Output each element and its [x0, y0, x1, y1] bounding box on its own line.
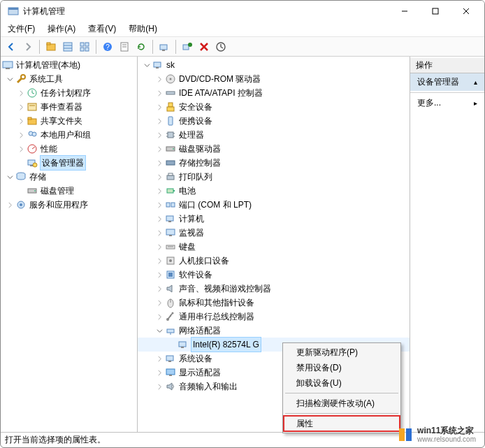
chevron-right-icon[interactable]	[16, 102, 26, 112]
clock-icon	[27, 87, 38, 99]
chevron-right-icon[interactable]	[154, 172, 164, 182]
dev-sound[interactable]: 声音、视频和游戏控制器	[138, 282, 410, 296]
dev-computer[interactable]: 计算机	[138, 212, 410, 226]
tree-label: 软件设备	[179, 268, 212, 282]
up-button[interactable]	[43, 39, 59, 55]
action-device-manager[interactable]: 设备管理器 ▴	[410, 73, 484, 91]
dev-ide[interactable]: IDE ATA/ATAPI 控制器	[138, 86, 410, 100]
chevron-right-icon[interactable]	[154, 354, 164, 363]
properties-button[interactable]	[117, 39, 132, 55]
chevron-down-icon[interactable]	[154, 326, 164, 335]
dev-ports[interactable]: 端口 (COM 和 LPT)	[138, 198, 410, 212]
dev-network[interactable]: 网络适配器	[138, 324, 410, 338]
dev-hid[interactable]: 人机接口设备	[138, 254, 410, 268]
chevron-right-icon[interactable]	[154, 102, 164, 112]
dev-disk-drives[interactable]: 磁盘驱动器	[138, 142, 410, 156]
tree-label: 共享文件夹	[41, 114, 82, 128]
tree-event-viewer[interactable]: 事件查看器	[1, 100, 137, 114]
dev-usb[interactable]: 通用串行总线控制器	[138, 310, 410, 324]
tree-device-manager[interactable]: 设备管理器	[1, 156, 137, 170]
chevron-right-icon[interactable]	[154, 228, 164, 238]
chevron-right-icon[interactable]	[154, 312, 164, 321]
chevron-right-icon[interactable]	[154, 88, 164, 98]
view-detail-button[interactable]	[77, 39, 92, 55]
tree-task-scheduler[interactable]: 任务计划程序	[1, 86, 137, 100]
chevron-right-icon[interactable]	[154, 130, 164, 140]
tree-performance[interactable]: 性能	[1, 142, 137, 156]
dev-print-queue[interactable]: 打印队列	[138, 170, 410, 184]
svg-rect-38	[30, 165, 33, 166]
chevron-right-icon[interactable]	[154, 242, 164, 252]
dev-monitor[interactable]: 监视器	[138, 226, 410, 240]
tree-local-users[interactable]: 本地用户和组	[1, 128, 137, 142]
chevron-right-icon[interactable]	[154, 144, 164, 154]
tree-label: 端口 (COM 和 LPT)	[179, 198, 252, 212]
dev-battery[interactable]: 电池	[138, 184, 410, 198]
chevron-right-icon[interactable]	[154, 298, 164, 308]
device-icon	[165, 129, 176, 140]
cm-update-driver[interactable]: 更新驱动程序(P)	[284, 345, 400, 360]
scan-button[interactable]	[157, 39, 172, 55]
dev-keyboard[interactable]: 键盘	[138, 240, 410, 254]
menu-file[interactable]: 文件(F)	[5, 22, 38, 36]
chevron-right-icon[interactable]	[154, 284, 164, 294]
toolbar-separator	[175, 40, 176, 54]
chevron-down-icon[interactable]	[142, 60, 152, 70]
dev-mouse[interactable]: 鼠标和其他指针设备	[138, 296, 410, 310]
help-button[interactable]: ?	[100, 39, 115, 55]
chevron-right-icon[interactable]	[154, 214, 164, 224]
enable-button[interactable]	[180, 39, 195, 55]
menu-bar: 文件(F) 操作(A) 查看(V) 帮助(H)	[1, 22, 484, 37]
chevron-down-icon[interactable]	[5, 172, 15, 182]
svg-point-42	[34, 190, 36, 192]
chevron-right-icon[interactable]	[154, 116, 164, 126]
tree-system-tools[interactable]: 系统工具	[1, 72, 137, 86]
cm-scan-hw[interactable]: 扫描检测硬件改动(A)	[284, 396, 400, 411]
tree-disk-mgmt[interactable]: 磁盘管理	[1, 184, 137, 198]
chevron-right-icon[interactable]	[154, 256, 164, 266]
cm-disable[interactable]: 禁用设备(D)	[284, 360, 400, 375]
chevron-right-icon[interactable]	[154, 186, 164, 196]
chevron-right-icon[interactable]	[154, 368, 164, 377]
dev-cpu[interactable]: 处理器	[138, 128, 410, 142]
chevron-right-icon[interactable]	[154, 74, 164, 84]
menu-action[interactable]: 操作(A)	[45, 22, 78, 36]
chevron-right-icon[interactable]	[154, 270, 164, 280]
dev-portable[interactable]: 便携设备	[138, 114, 410, 128]
dev-security[interactable]: 安全设备	[138, 100, 410, 114]
chevron-right-icon[interactable]	[154, 158, 164, 168]
cm-uninstall[interactable]: 卸载设备(U)	[284, 375, 400, 391]
tree-shared-folders[interactable]: 共享文件夹	[1, 114, 137, 128]
chevron-right-icon[interactable]	[154, 200, 164, 210]
menu-view[interactable]: 查看(V)	[85, 22, 119, 36]
menu-help[interactable]: 帮助(H)	[126, 22, 160, 36]
chevron-right-icon[interactable]	[16, 116, 26, 126]
chevron-right-icon[interactable]	[16, 130, 26, 140]
update-driver-button[interactable]	[213, 39, 229, 55]
refresh-button[interactable]	[133, 39, 149, 55]
svg-rect-65	[166, 203, 170, 207]
device-icon	[178, 339, 189, 350]
close-button[interactable]	[451, 1, 482, 22]
tree-services-apps[interactable]: 服务和应用程序	[1, 198, 137, 212]
maximize-button[interactable]	[420, 1, 451, 22]
chevron-right-icon[interactable]	[16, 144, 26, 154]
dev-root[interactable]: sk	[138, 58, 410, 72]
disable-button[interactable]	[196, 39, 212, 55]
dev-dvd[interactable]: DVD/CD-ROM 驱动器	[138, 72, 410, 86]
view-list-button[interactable]	[60, 39, 75, 55]
chevron-down-icon[interactable]	[5, 74, 15, 84]
cm-properties[interactable]: 属性	[284, 416, 400, 431]
chevron-right-icon[interactable]	[154, 382, 164, 391]
chevron-right-icon[interactable]	[5, 200, 15, 210]
tree-root[interactable]: 计算机管理(本地)	[1, 58, 137, 72]
tree-storage[interactable]: 存储	[1, 170, 137, 184]
console-tree[interactable]: 计算机管理(本地) 系统工具 任务计划程序 事件查看器	[1, 58, 137, 212]
dev-software[interactable]: 软件设备	[138, 268, 410, 282]
minimize-button[interactable]	[389, 1, 420, 22]
dev-storage-ctrl[interactable]: 存储控制器	[138, 156, 410, 170]
chevron-right-icon[interactable]	[16, 88, 26, 98]
forward-button[interactable]	[20, 39, 36, 55]
back-button[interactable]	[3, 39, 19, 55]
action-more[interactable]: 更多... ▸	[410, 94, 484, 112]
